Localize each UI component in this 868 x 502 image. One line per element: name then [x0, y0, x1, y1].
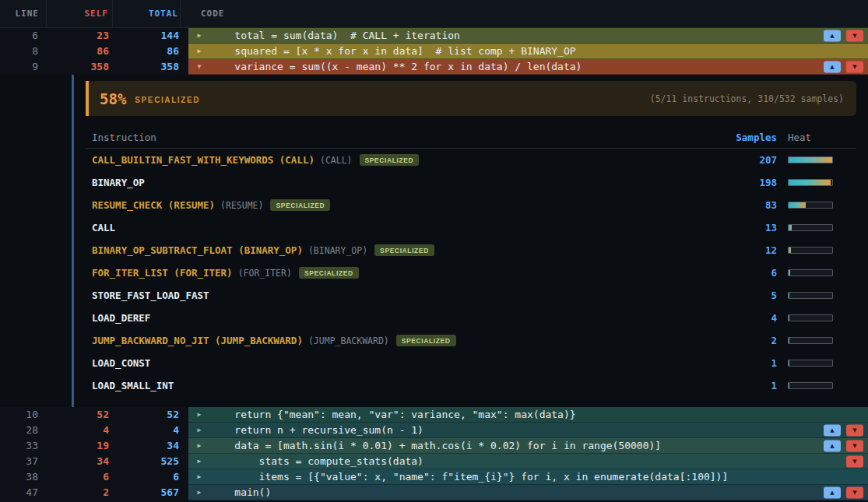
instruction-row[interactable]: RESUME_CHECK (RESUME) (RESUME) SPECIALIZ… [86, 194, 856, 216]
code-text: stats = compute_stats(data) [210, 454, 423, 469]
expand-arrow-icon[interactable]: ▶ [195, 473, 204, 480]
heat-bar-track [788, 179, 833, 186]
line-number: 8 [0, 44, 47, 59]
instruction-row[interactable]: JUMP_BACKWARD_NO_JIT (JUMP_BACKWARD) (JU… [86, 329, 856, 352]
instruction-name: JUMP_BACKWARD_NO_JIT (JUMP_BACKWARD) [92, 335, 303, 346]
heat-bar-fill [789, 338, 789, 343]
total-samples: 4 [113, 423, 181, 438]
jump-up-icon[interactable]: ▲ [824, 486, 841, 498]
code-cell[interactable]: ▶ stats = compute_stats(data) ▲ ▼ [188, 454, 868, 469]
column-header-self: SELF [47, 0, 113, 27]
expand-arrow-icon[interactable]: ▼ [195, 63, 204, 70]
instruction-samples: 198 [732, 177, 786, 188]
jump-down-icon[interactable]: ▼ [846, 61, 863, 72]
instruction-row[interactable]: LOAD_DEREF 4 [86, 307, 856, 329]
jump-down-icon[interactable]: ▼ [846, 440, 863, 451]
heat-bar-fill [789, 247, 791, 253]
code-cell[interactable]: ▶ total = sum(data) # CALL + iteration ▲… [188, 28, 868, 44]
instruction-name: LOAD_SMALL_INT [92, 380, 174, 391]
self-samples: 358 [47, 59, 113, 75]
instruction-base-opcode: (CALL) [320, 155, 353, 166]
instruction-row[interactable]: CALL 13 [86, 216, 856, 239]
jump-down-icon[interactable]: ▼ [846, 30, 863, 41]
nav-buttons: ▲ ▼ [824, 486, 863, 498]
jump-down-icon[interactable]: ▼ [846, 424, 863, 436]
heat-bar-track [788, 202, 833, 209]
instruction-row[interactable]: STORE_FAST_LOAD_FAST 5 [86, 284, 856, 307]
instruction-row[interactable]: LOAD_CONST 1 [86, 352, 856, 374]
code-cell[interactable]: ▶ items = [{"value": x, "name": f"item_{… [188, 469, 868, 485]
jump-down-icon[interactable]: ▼ [846, 486, 863, 498]
instruction-rows: CALL_BUILTIN_FAST_WITH_KEYWORDS (CALL) (… [86, 149, 856, 397]
heat-cell [786, 314, 856, 321]
code-cell[interactable]: ▶ main() ▲ ▼ [188, 485, 868, 500]
expand-arrow-icon[interactable]: ▶ [195, 411, 204, 418]
heat-bar-track [788, 156, 833, 163]
expand-arrow-icon[interactable]: ▶ [195, 442, 204, 449]
jump-up-icon[interactable]: ▲ [824, 424, 841, 436]
specialized-badge: SPECIALIZED [360, 154, 420, 166]
nav-buttons: ▲ ▼ [824, 471, 863, 483]
instruction-name: RESUME_CHECK (RESUME) [92, 199, 215, 211]
column-header-code: CODE [181, 9, 225, 19]
nav-buttons: ▲ ▼ [824, 45, 863, 57]
code-row: 8 86 86 ▶ squared = [x * x for x in data… [0, 44, 868, 59]
instruction-samples: 4 [732, 312, 786, 324]
instruction-row[interactable]: LOAD_SMALL_INT 1 [86, 374, 856, 397]
code-row: 38 6 6 ▶ items = [{"value": x, "name": f… [0, 469, 868, 485]
code-cell[interactable]: ▶ return {"mean": mean, "var": variance,… [188, 407, 868, 423]
instruction-name-cell: BINARY_OP [92, 177, 732, 188]
heat-bar-fill [789, 225, 792, 230]
specialized-badge: SPECIALIZED [374, 244, 434, 256]
instruction-name: LOAD_DEREF [92, 312, 150, 324]
total-samples: 358 [113, 59, 181, 75]
instruction-table-header: Instruction Samples Heat [86, 126, 856, 149]
heat-cell [786, 360, 856, 367]
code-cell[interactable]: ▶ return n + recursive_sum(n - 1) ▲ ▼ [188, 423, 868, 438]
column-header-instruction: Instruction [92, 132, 732, 143]
instruction-row[interactable]: BINARY_OP 198 [86, 171, 856, 194]
instruction-samples: 6 [732, 267, 786, 279]
instruction-row[interactable]: FOR_ITER_LIST (FOR_ITER) (FOR_ITER) SPEC… [86, 262, 856, 284]
expand-arrow-icon[interactable]: ▶ [195, 32, 204, 39]
expand-arrow-icon[interactable]: ▶ [195, 458, 204, 465]
code-row: 37 34 525 ▶ stats = compute_stats(data) … [0, 454, 868, 469]
jump-down-icon[interactable]: ▼ [846, 455, 863, 467]
nav-buttons: ▲ ▼ [824, 30, 863, 41]
heat-bar-track [788, 269, 833, 276]
heat-cell [786, 337, 856, 344]
jump-up-icon[interactable]: ▲ [824, 30, 841, 41]
instruction-row[interactable]: CALL_BUILTIN_FAST_WITH_KEYWORDS (CALL) (… [86, 149, 856, 171]
instruction-samples: 13 [732, 222, 786, 233]
instruction-base-opcode: (FOR_ITER) [238, 268, 292, 279]
heat-cell [786, 202, 856, 209]
instruction-samples: 83 [732, 199, 786, 211]
expand-arrow-icon[interactable]: ▶ [195, 47, 204, 54]
column-header-heat: Heat [786, 132, 856, 143]
specialization-summary: 58% SPECIALIZED (5/11 instructions, 310/… [86, 81, 856, 116]
specialized-percent: 58% [100, 90, 126, 107]
column-header-total: TOTAL [113, 0, 181, 27]
total-samples: 52 [113, 407, 181, 423]
self-samples: 34 [47, 454, 113, 469]
instruction-row[interactable]: BINARY_OP_SUBTRACT_FLOAT (BINARY_OP) (BI… [86, 239, 856, 262]
jump-up-icon[interactable]: ▲ [824, 440, 841, 451]
instruction-name-cell: CALL [92, 222, 732, 233]
nav-buttons: ▲ ▼ [824, 61, 863, 72]
expand-arrow-icon[interactable]: ▶ [195, 427, 204, 434]
instruction-name-cell: LOAD_SMALL_INT [92, 380, 732, 391]
instruction-name-cell: BINARY_OP_SUBTRACT_FLOAT (BINARY_OP) (BI… [92, 244, 732, 256]
total-samples: 567 [113, 485, 181, 500]
jump-up-icon[interactable]: ▲ [824, 61, 841, 72]
code-text: variance = sum((x - mean) ** 2 for x in … [210, 59, 582, 75]
code-cell[interactable]: ▶ squared = [x * x for x in data] # list… [188, 44, 868, 59]
nav-buttons: ▲ ▼ [824, 409, 863, 420]
code-cell[interactable]: ▶ data = [math.sin(i * 0.01) + math.cos(… [188, 438, 868, 454]
heat-cell [786, 247, 856, 254]
code-cell[interactable]: ▼ variance = sum((x - mean) ** 2 for x i… [188, 59, 868, 75]
nav-buttons: ▲ ▼ [824, 455, 863, 467]
column-header-line: LINE [0, 0, 47, 27]
expand-arrow-icon[interactable]: ▶ [195, 489, 204, 496]
heat-cell [786, 224, 856, 231]
instruction-samples: 1 [732, 380, 786, 391]
